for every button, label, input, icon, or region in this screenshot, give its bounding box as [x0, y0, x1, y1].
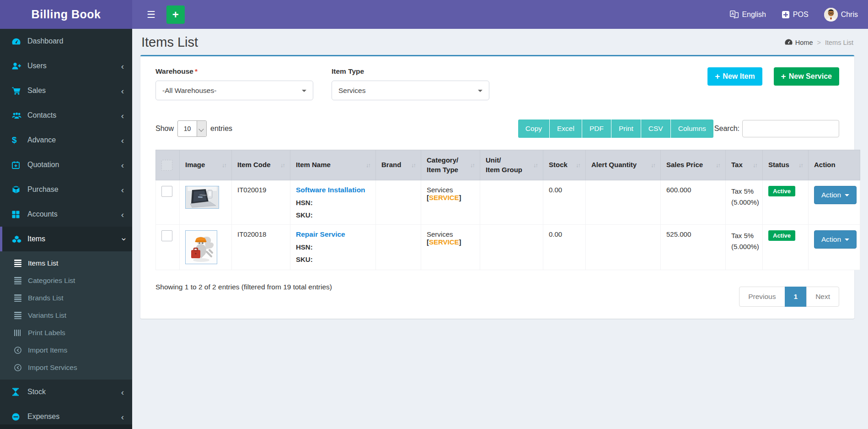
user-avatar [824, 8, 838, 22]
new-item-button[interactable]: + New Item [707, 67, 762, 86]
language-menu[interactable]: A English [730, 11, 766, 19]
item-image-repair[interactable] [185, 230, 217, 264]
submenu-item-print-labels[interactable]: Print Labels [0, 324, 132, 342]
list-icon [14, 276, 28, 285]
sidebar-item-sales[interactable]: Sales ‹ [0, 78, 132, 103]
pdf-button[interactable]: PDF [582, 119, 611, 138]
submenu-item-import-services[interactable]: Import Services [0, 359, 132, 376]
sort-icon: ↓↑ [366, 162, 370, 168]
hourglass-icon [12, 388, 27, 396]
status-badge: Active [768, 186, 795, 196]
sidebar-item-contacts[interactable]: Contacts ‹ [0, 103, 132, 128]
sort-icon: ↓↑ [533, 162, 537, 168]
row-checkbox[interactable] [161, 186, 172, 197]
sales-price-cell: 600.000 [661, 180, 726, 225]
row-action-button[interactable]: Action [814, 230, 857, 249]
csv-button[interactable]: CSV [641, 119, 671, 138]
sidebar-item-users[interactable]: Users ‹ [0, 54, 132, 78]
print-button[interactable]: Print [611, 119, 641, 138]
warehouse-filter: Warehouse* -All Warehouses- [155, 67, 313, 100]
table-controls: Show 10 entries Copy Excel PDF Print CSV… [155, 119, 839, 138]
grid-icon [12, 211, 27, 218]
submenu-item-categories-list[interactable]: Categories List [0, 272, 132, 289]
excel-button[interactable]: Excel [550, 119, 582, 138]
sort-icon: ↓↑ [576, 162, 580, 168]
row-action-button[interactable]: Action [814, 186, 857, 204]
submenu-item-items-list[interactable]: Items List [0, 255, 132, 272]
sidebar-item-purchase[interactable]: Purchase ‹ [0, 177, 132, 202]
column-item-name[interactable]: Item Name↓↑ [290, 150, 376, 180]
stock-cell: 0.00 [543, 180, 586, 225]
main-content: Items List Home > Items List Warehouse* [132, 29, 868, 429]
sidebar-item-stock[interactable]: Stock ‹ [0, 380, 132, 404]
brand-cell [376, 225, 421, 270]
item-type-tag: [SERVICE] [427, 238, 474, 246]
sort-icon: ↓↑ [280, 162, 284, 168]
sidebar-item-accounts[interactable]: Accounts ‹ [0, 202, 132, 227]
breadcrumb: Home > Items List [785, 39, 853, 46]
sku-label: SKU: [296, 255, 370, 263]
warehouse-label: Warehouse [155, 67, 193, 75]
submenu-item-brands-list[interactable]: Brands List [0, 289, 132, 307]
next-page-button[interactable]: Next [806, 287, 839, 307]
columns-button[interactable]: Columns [671, 119, 713, 138]
column-category[interactable]: Category/ Item Type↓↑ [421, 150, 480, 180]
row-checkbox[interactable] [161, 230, 172, 241]
previous-page-button[interactable]: Previous [739, 287, 785, 307]
sidebar-item-dashboard[interactable]: Dashboard [0, 29, 132, 54]
hsn-label: HSN: [296, 243, 370, 251]
item-name-link[interactable]: Software Installation [296, 186, 365, 194]
list-icon [14, 293, 28, 303]
sidebar-item-items[interactable]: Items ‹ [0, 227, 132, 251]
search-input[interactable] [742, 120, 839, 137]
filter-row: Warehouse* -All Warehouses- Item Type Se… [155, 67, 839, 100]
column-image[interactable]: Image↓↑ [180, 150, 232, 180]
select-all-checkbox[interactable] [161, 160, 172, 171]
breadcrumb-home-link[interactable]: Home [785, 39, 813, 46]
pagination: Previous 1 Next [739, 287, 839, 307]
username: Chris [841, 11, 858, 19]
page-number-button[interactable]: 1 [785, 287, 807, 307]
users-group-icon [12, 112, 27, 119]
quick-add-button[interactable]: + [166, 5, 185, 24]
navbar: ☰ + A English POS Chris [132, 0, 868, 29]
warehouse-select[interactable]: -All Warehouses- [155, 81, 313, 100]
column-alert-quantity[interactable]: Alert Quantity↓↑ [586, 150, 661, 180]
app-logo[interactable]: Billing Book [0, 0, 132, 29]
items-list-card: Warehouse* -All Warehouses- Item Type Se… [140, 55, 854, 319]
column-sales-price[interactable]: Sales Price↓↑ [661, 150, 726, 180]
item-name-link[interactable]: Repair Service [296, 230, 345, 239]
item-image-laptop[interactable]: vmware [185, 186, 219, 209]
chevron-left-icon: ‹ [121, 210, 124, 219]
column-tax[interactable]: Tax↓↑ [726, 150, 763, 180]
submenu-item-import-items[interactable]: Import Items [0, 342, 132, 359]
search-label: Search: [714, 125, 739, 133]
plus-icon: + [715, 71, 720, 81]
item-type-select[interactable]: Services [332, 81, 489, 100]
sidebar-item-quotation[interactable]: Quotation ‹ [0, 152, 132, 177]
plus-square-icon [782, 11, 790, 19]
new-service-button[interactable]: + New Service [774, 67, 839, 86]
column-action: Action [809, 150, 860, 180]
user-plus-icon [12, 62, 27, 70]
brand-cell [376, 180, 421, 225]
chevron-left-icon: ‹ [121, 161, 124, 169]
copy-button[interactable]: Copy [518, 119, 550, 138]
table-row: IT020018 Repair Service HSN: SKU: Servic… [156, 225, 860, 270]
category-value: Services [427, 230, 474, 238]
sidebar-item-advance[interactable]: $ Advance ‹ [0, 128, 132, 152]
pos-link[interactable]: POS [782, 11, 809, 19]
column-status[interactable]: Status↓↑ [763, 150, 809, 180]
column-brand[interactable]: Brand↓↑ [376, 150, 421, 180]
user-menu[interactable]: Chris [824, 8, 858, 22]
unit-cell [480, 225, 543, 270]
column-unit[interactable]: Unit/ Item Group↓↑ [480, 150, 543, 180]
language-icon: A [730, 11, 739, 18]
sidebar-toggle-icon[interactable]: ☰ [142, 6, 160, 23]
column-stock[interactable]: Stock↓↑ [543, 150, 586, 180]
page-length-select[interactable]: 10 [177, 120, 207, 137]
column-item-code[interactable]: Item Code↓↑ [232, 150, 290, 180]
category-value: Services [427, 186, 474, 194]
sidebar: Dashboard Users ‹ Sales ‹ Contacts ‹ $ [0, 29, 132, 429]
submenu-item-variants-list[interactable]: Variants List [0, 307, 132, 324]
